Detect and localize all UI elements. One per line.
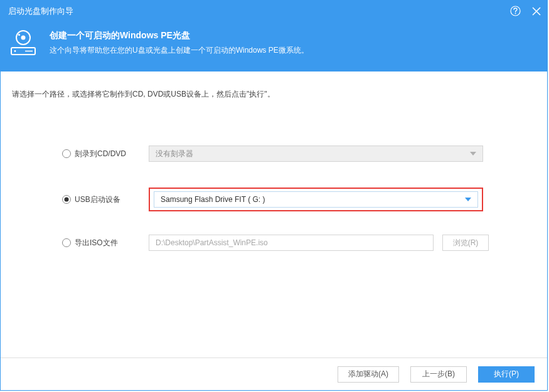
cd-dvd-field-container: 没有刻录器 [149,146,483,162]
option-iso: 导出ISO文件 D:\Desktop\PartAssist_WinPE.iso … [62,233,483,253]
radio-button-iso[interactable] [62,238,71,247]
content-area: 请选择一个路径，或选择将它制作到CD, DVD或USB设备上，然后点击"执行"。… [1,72,547,358]
radio-label-iso: 导出ISO文件 [75,238,118,248]
usb-highlight-frame: Samsung Flash Drive FIT ( G: ) [149,188,483,211]
option-cd-dvd: 刻录到CD/DVD 没有刻录器 [62,144,483,164]
close-icon[interactable] [532,7,541,16]
radio-cd-dvd[interactable]: 刻录到CD/DVD [62,149,149,159]
svg-point-8 [14,50,16,52]
radio-button-cd-dvd[interactable] [62,149,71,158]
footer: 添加驱动(A) 上一步(B) 执行(P) [1,358,547,390]
titlebar-actions [510,6,541,16]
instruction-text: 请选择一个路径，或选择将它制作到CD, DVD或USB设备上，然后点击"执行"。 [12,89,535,100]
titlebar: 启动光盘制作向导 [1,1,547,21]
banner-subtitle: 这个向导将帮助您在您的U盘或光盘上创建一个可启动的Windows PE微系统。 [50,45,309,56]
execute-button[interactable]: 执行(P) [478,366,535,383]
back-label: 上一步(B) [422,369,455,379]
disc-burner-icon [8,28,38,58]
chevron-down-icon[interactable] [465,198,471,201]
option-usb: USB启动设备 Samsung Flash Drive FIT ( G: ) [62,188,483,211]
radio-label-usb: USB启动设备 [75,194,120,205]
svg-point-5 [21,36,26,40]
radio-iso[interactable]: 导出ISO文件 [62,238,149,248]
iso-path-input: D:\Desktop\PartAssist_WinPE.iso [149,235,434,251]
usb-select[interactable]: Samsung Flash Drive FIT ( G: ) [154,191,478,208]
window-title: 启动光盘制作向导 [8,6,510,17]
banner-text: 创建一个可启动的Windows PE光盘 这个向导将帮助您在您的U盘或光盘上创建… [50,30,309,56]
usb-field-container: Samsung Flash Drive FIT ( G: ) [149,188,483,211]
usb-select-value: Samsung Flash Drive FIT ( G: ) [161,195,265,204]
iso-field-container: D:\Desktop\PartAssist_WinPE.iso 浏览(R) [149,235,489,251]
svg-point-6 [18,34,20,36]
iso-path-value: D:\Desktop\PartAssist_WinPE.iso [156,238,268,247]
browse-button: 浏览(R) [442,235,489,251]
execute-label: 执行(P) [494,369,519,379]
radio-usb[interactable]: USB启动设备 [62,194,149,205]
header-banner: 创建一个可启动的Windows PE光盘 这个向导将帮助您在您的U盘或光盘上创建… [1,21,547,72]
back-button[interactable]: 上一步(B) [410,366,467,383]
chevron-down-icon [470,152,476,156]
help-icon[interactable] [510,6,521,16]
cd-dvd-select-value: 没有刻录器 [156,149,193,159]
options-group: 刻录到CD/DVD 没有刻录器 [12,144,535,253]
add-driver-button[interactable]: 添加驱动(A) [338,366,399,383]
browse-button-label: 浏览(R) [453,238,479,248]
add-driver-label: 添加驱动(A) [348,369,388,379]
banner-title: 创建一个可启动的Windows PE光盘 [50,30,309,41]
svg-point-1 [515,13,516,14]
radio-label-cd-dvd: 刻录到CD/DVD [75,149,126,159]
cd-dvd-select: 没有刻录器 [149,146,483,162]
radio-button-usb[interactable] [62,195,71,204]
wizard-window: 启动光盘制作向导 [0,0,548,391]
